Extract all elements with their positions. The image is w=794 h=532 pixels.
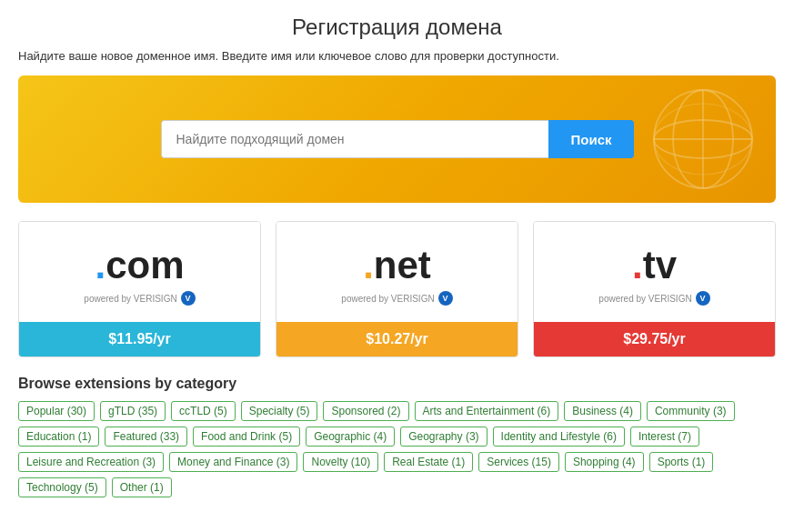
category-tag[interactable]: ccTLD (5) <box>171 401 236 421</box>
domain-name-tv: .tv <box>632 244 677 287</box>
category-tag[interactable]: Leisure and Recreation (3) <box>18 452 164 472</box>
browse-section: Browse extensions by category Popular (3… <box>18 376 776 497</box>
search-input[interactable] <box>161 120 549 158</box>
verisign-badge-com: powered by VERISIGN V <box>84 291 195 306</box>
category-tag[interactable]: Sponsored (2) <box>323 401 408 421</box>
globe-decoration <box>648 85 758 194</box>
browse-title: Browse extensions by category <box>18 376 776 392</box>
domain-card-tv-top: .tv powered by VERISIGN V <box>534 222 775 322</box>
category-tag[interactable]: Identity and Lifestyle (6) <box>493 427 625 447</box>
domain-card-net-top: .net powered by VERISIGN V <box>276 222 518 322</box>
category-tag[interactable]: gTLD (35) <box>100 401 166 421</box>
category-tag[interactable]: Services (15) <box>478 452 559 472</box>
category-tag[interactable]: Sports (1) <box>649 452 714 472</box>
search-button[interactable]: Поиск <box>548 120 633 158</box>
verisign-icon-net: V <box>438 291 453 306</box>
category-tag[interactable]: Geographic (4) <box>306 427 395 447</box>
hero-banner: Поиск <box>18 75 776 203</box>
category-tag[interactable]: Community (3) <box>647 401 735 421</box>
verisign-icon-com: V <box>181 291 196 306</box>
search-bar: Поиск <box>161 120 634 158</box>
category-tag[interactable]: Interest (7) <box>630 427 699 447</box>
domain-card-com-top: .com powered by VERISIGN V <box>19 222 260 322</box>
verisign-icon-tv: V <box>696 291 710 306</box>
category-tag[interactable]: Specialty (5) <box>241 401 318 421</box>
category-tag[interactable]: Food and Drink (5) <box>193 427 300 447</box>
category-tag[interactable]: Real Estate (1) <box>384 452 473 472</box>
category-tag[interactable]: Featured (33) <box>105 427 187 447</box>
domain-price-net[interactable]: $10.27/yr <box>276 322 518 356</box>
category-tag[interactable]: Arts and Entertainment (6) <box>415 401 559 421</box>
page-subtitle: Найдите ваше новое доменное имя. Введите… <box>18 49 776 63</box>
domain-price-tv[interactable]: $29.75/yr <box>534 322 775 356</box>
category-tag[interactable]: Geography (3) <box>400 427 487 447</box>
category-tag[interactable]: Education (1) <box>18 427 99 447</box>
category-tag[interactable]: Other (1) <box>112 477 172 497</box>
domain-price-com[interactable]: $11.95/yr <box>19 322 260 356</box>
tag-row: Popular (30)gTLD (35)ccTLD (5)Specialty … <box>18 401 776 497</box>
domain-name-net: .net <box>363 244 431 287</box>
domain-cards: .com powered by VERISIGN V $11.95/yr .ne… <box>18 221 776 357</box>
verisign-badge-tv: powered by VERISIGN V <box>598 291 709 306</box>
category-tag[interactable]: Popular (30) <box>18 401 95 421</box>
domain-card-tv[interactable]: .tv powered by VERISIGN V $29.75/yr <box>533 221 776 357</box>
category-tag[interactable]: Technology (5) <box>18 477 106 497</box>
verisign-badge-net: powered by VERISIGN V <box>341 291 452 306</box>
category-tag[interactable]: Novelty (10) <box>303 452 378 472</box>
category-tag[interactable]: Business (4) <box>564 401 641 421</box>
domain-card-net[interactable]: .net powered by VERISIGN V $10.27/yr <box>276 221 518 357</box>
domain-card-com[interactable]: .com powered by VERISIGN V $11.95/yr <box>18 221 261 357</box>
category-tag[interactable]: Money and Finance (3) <box>169 452 297 472</box>
domain-name-com: .com <box>95 244 184 287</box>
page-title: Регистрация домена <box>18 15 776 40</box>
category-tag[interactable]: Shopping (4) <box>565 452 644 472</box>
